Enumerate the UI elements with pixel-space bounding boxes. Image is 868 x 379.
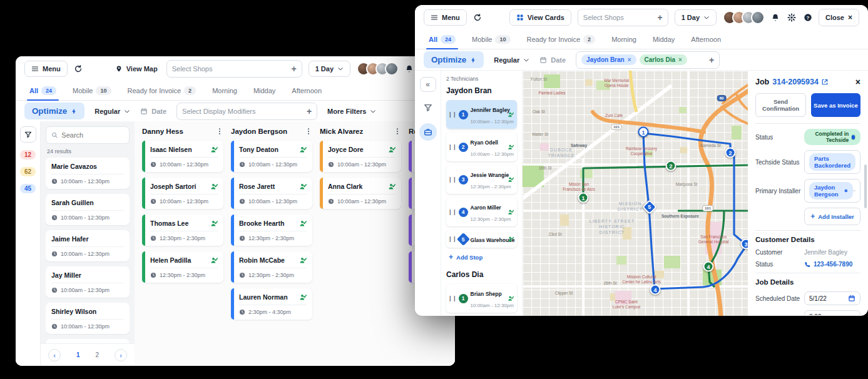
column-menu-icon[interactable] bbox=[216, 128, 223, 135]
add-shop-icon[interactable]: + bbox=[291, 64, 296, 74]
badge-yellow[interactable]: 62 bbox=[20, 167, 36, 176]
timerange-input[interactable]: 8:00pm - 12:00pm bbox=[804, 310, 860, 315]
list-item[interactable]: Marie Cavazos10:00am - 12:30pm bbox=[46, 158, 130, 189]
drag-handle-icon[interactable]: | | bbox=[449, 111, 456, 118]
remove-chip-icon[interactable]: × bbox=[628, 56, 631, 63]
list-item[interactable]: Sarah Guillen10:00am - 12:30pm bbox=[46, 194, 130, 225]
user-avatars[interactable] bbox=[357, 62, 399, 76]
tab-afternoon[interactable]: Afternoon bbox=[691, 30, 721, 49]
job-card[interactable]: Anna Clark10:00am - 12:30pm bbox=[320, 178, 401, 209]
page-1[interactable]: 1 bbox=[76, 351, 80, 358]
search-field[interactable] bbox=[61, 131, 124, 139]
close-button[interactable]: Close× bbox=[819, 9, 859, 26]
map-canvas[interactable]: 101 101 80 War Memorial Opera House Pain… bbox=[523, 71, 748, 316]
routes-tool-button[interactable] bbox=[419, 123, 437, 141]
job-card[interactable]: Brooke Hearth12:30pm - 2:30pm bbox=[231, 215, 312, 246]
drag-handle-icon[interactable]: | | bbox=[449, 176, 456, 183]
map-marker-blue-4[interactable]: 4 bbox=[650, 285, 661, 295]
stop-card[interactable]: | |3Jessie Wrangie12:30pm - 2:30pm bbox=[446, 165, 517, 194]
close-panel-icon[interactable]: × bbox=[855, 77, 860, 87]
save-as-invoice-button[interactable]: Save as Invoice bbox=[811, 93, 860, 117]
list-item[interactable]: Jay Miller10:00am - 12:30pm bbox=[46, 266, 130, 298]
tab-ready-for-invoice[interactable]: Ready for Invoice2 bbox=[128, 81, 197, 100]
day-range-dropdown[interactable]: 1 Day bbox=[675, 9, 717, 26]
optimize-button[interactable]: Optimize bbox=[24, 103, 84, 119]
tab-all[interactable]: All24 bbox=[29, 81, 56, 100]
display-modifiers-input[interactable]: + bbox=[176, 103, 317, 120]
map-marker-green-1[interactable]: 1 bbox=[578, 193, 589, 203]
job-card[interactable]: Rose Jarett10:00am - 12:30pm bbox=[231, 178, 312, 209]
stop-card[interactable]: | |2Ryan Odell10:00am - 12:30pm bbox=[446, 133, 517, 161]
tab-mobile[interactable]: Mobile10 bbox=[73, 81, 111, 100]
primary-installer-select[interactable]: Jaydon Bergsoni bbox=[804, 179, 860, 203]
add-shop-icon[interactable]: + bbox=[657, 13, 662, 23]
map-marker-green-2[interactable]: 2 bbox=[666, 161, 677, 171]
remove-chip-icon[interactable]: × bbox=[678, 56, 682, 63]
job-card[interactable]: Isaac Nielsen10:00am - 12:30pm bbox=[142, 141, 223, 172]
help-icon[interactable]: ? bbox=[804, 13, 812, 22]
job-card[interactable]: Joseph Sartori10:00am - 12:30pm bbox=[142, 178, 223, 209]
drag-handle-icon[interactable]: | | bbox=[449, 236, 456, 242]
stop-card[interactable]: | |1Brian Shepp10:00am - 12:30pm bbox=[446, 284, 517, 313]
display-modifiers-field[interactable] bbox=[182, 108, 303, 115]
menu-button[interactable]: Menu bbox=[24, 61, 68, 77]
select-shops-field[interactable] bbox=[583, 14, 654, 21]
refresh-icon[interactable] bbox=[473, 13, 482, 22]
tab-morning[interactable]: Morning bbox=[611, 30, 636, 49]
map-marker-blue-2[interactable]: 2 bbox=[725, 148, 736, 158]
stop-card[interactable]: | |4Aaron Miller12:30pm - 2:30pm bbox=[446, 198, 517, 226]
badge-blue[interactable]: 45 bbox=[20, 184, 36, 193]
stop-card[interactable]: | |5Glass Warehouse bbox=[446, 230, 517, 248]
job-card[interactable]: Helen Padilla12:30pm - 2:30pm bbox=[142, 251, 223, 283]
job-number-link[interactable]: 314-2095934 bbox=[772, 78, 829, 86]
view-map-button[interactable]: View Map bbox=[113, 61, 160, 76]
select-shops-input[interactable]: + bbox=[166, 60, 302, 78]
scheduled-date-input[interactable]: 5/1/22 bbox=[804, 291, 860, 305]
menu-button[interactable]: Menu bbox=[424, 9, 467, 26]
tab-ready-for-invoice[interactable]: Ready for Invoice2 bbox=[527, 30, 596, 49]
technician-chip[interactable]: Carlos Dia× bbox=[640, 54, 687, 65]
technician-chip[interactable]: Jaydon Bran× bbox=[581, 54, 636, 65]
user-avatars[interactable] bbox=[723, 11, 765, 24]
job-card[interactable]: Joyce Dore10:00am - 12:30pm bbox=[320, 141, 401, 172]
collapse-panel-button[interactable]: « bbox=[420, 77, 436, 92]
job-card[interactable]: Thomas Lee12:30pm - 2:30pm bbox=[142, 215, 223, 246]
send-confirmation-button[interactable]: Send Confirmation bbox=[755, 93, 806, 117]
tab-midday[interactable]: Midday bbox=[253, 81, 275, 100]
job-card[interactable]: Lauren Norman2:30pm - 4:30pm bbox=[231, 288, 312, 320]
notifications-icon[interactable] bbox=[771, 13, 780, 22]
list-item[interactable]: Jaime Hafer10:00am - 12:30pm bbox=[46, 230, 130, 261]
tab-morning[interactable]: Morning bbox=[212, 81, 237, 100]
tab-afternoon[interactable]: Afternoon bbox=[292, 81, 322, 100]
job-card[interactable]: Tony Deaton10:00am - 12:30pm bbox=[231, 141, 312, 172]
job-card[interactable]: Robin McCabe12:30pm - 2:30pm bbox=[231, 251, 312, 283]
tab-mobile[interactable]: Mobile10 bbox=[472, 30, 510, 49]
add-technician-icon[interactable]: + bbox=[709, 55, 714, 65]
panel-scrollbar[interactable] bbox=[864, 164, 867, 208]
page-2[interactable]: 2 bbox=[95, 351, 99, 358]
filter-button[interactable] bbox=[20, 126, 36, 143]
map-marker-blue-1[interactable]: 1 bbox=[638, 127, 649, 138]
prev-page-button[interactable]: ‹ bbox=[48, 349, 61, 361]
avatar[interactable] bbox=[751, 11, 765, 24]
badge-red[interactable]: 12 bbox=[20, 150, 36, 159]
tab-midday[interactable]: Midday bbox=[653, 30, 675, 49]
settings-icon[interactable] bbox=[787, 13, 796, 22]
more-filters-dropdown[interactable]: More Filters bbox=[327, 108, 376, 115]
techside-status-select[interactable]: Parts Backordered bbox=[804, 150, 860, 174]
optimize-button[interactable]: Optimize bbox=[424, 51, 484, 68]
add-modifier-icon[interactable]: + bbox=[307, 106, 312, 116]
technician-filter-input[interactable]: Jaydon Bran× Carlos Dia× + bbox=[576, 51, 720, 69]
map-marker-green-4[interactable]: 4 bbox=[703, 261, 714, 272]
day-range-dropdown[interactable]: 1 Day bbox=[309, 61, 350, 77]
funnel-icon[interactable] bbox=[424, 103, 432, 112]
list-item[interactable]: Shirley Wilson10:00am - 12:30pm bbox=[46, 303, 130, 334]
column-menu-icon[interactable] bbox=[305, 128, 312, 135]
date-picker[interactable]: Date bbox=[140, 108, 166, 115]
refresh-icon[interactable] bbox=[74, 64, 83, 73]
date-picker[interactable]: Date bbox=[539, 56, 566, 64]
regular-dropdown[interactable]: Regular bbox=[494, 56, 529, 64]
add-stop-button[interactable]: +Add Stop bbox=[449, 253, 517, 261]
notifications-icon[interactable] bbox=[405, 64, 414, 73]
column-menu-icon[interactable] bbox=[394, 128, 401, 135]
